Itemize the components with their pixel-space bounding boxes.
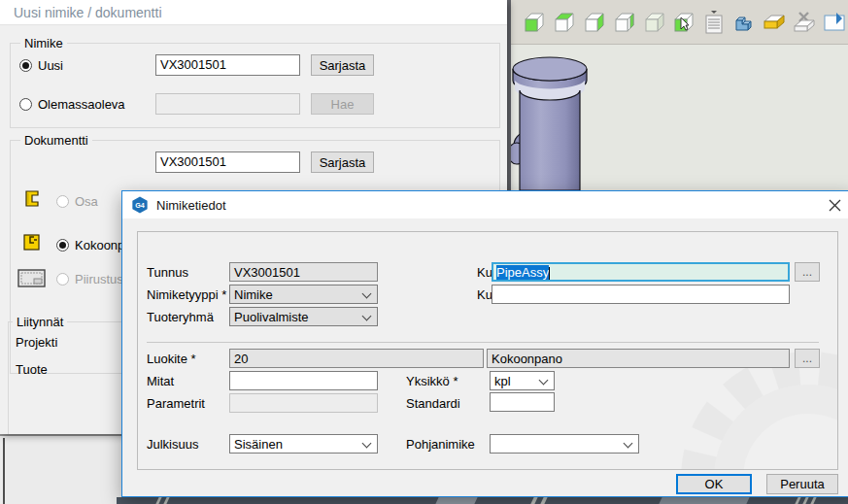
document-id-field[interactable]: VX3001501	[155, 151, 300, 173]
olemassaoleva-field	[155, 93, 300, 115]
luokite-name-field: Kokoonpano	[487, 349, 790, 368]
background-window	[0, 434, 126, 504]
cube-top-face-icon[interactable]	[551, 7, 579, 38]
luokite-code-field: 20	[229, 349, 484, 368]
drawing-icon	[17, 269, 47, 292]
chevron-down-icon	[624, 439, 633, 449]
cube-front-face-icon[interactable]	[521, 7, 549, 38]
paste-board-icon[interactable]	[820, 7, 848, 38]
kuvaus-selected-text: PipeAssy	[496, 265, 549, 280]
radio-uusi[interactable]	[19, 59, 32, 72]
parametrit-field	[229, 393, 378, 413]
sarjasta-button-dokumentti[interactable]: Sarjasta	[311, 151, 374, 173]
radio-kokoonpano[interactable]	[56, 239, 69, 252]
mitat-label: Mitat	[147, 374, 174, 388]
select-face-icon[interactable]	[670, 7, 698, 38]
new-item-dialog-title: Uusi nimike / dokumentti	[14, 5, 162, 20]
screen: Uusi nimike / dokumentti Nimike Uusi VX3…	[0, 0, 848, 504]
chevron-down-icon	[362, 289, 372, 299]
background-content-strip	[117, 497, 848, 504]
chevron-down-icon	[362, 439, 372, 449]
radio-osa	[56, 195, 69, 208]
luokite-browse-button[interactable]: ...	[795, 349, 820, 368]
text-caret	[549, 267, 550, 280]
item-details-titlebar: G4 Nimiketiedot	[122, 191, 848, 218]
item-details-title: Nimiketiedot	[156, 198, 226, 213]
tunnus-label: Tunnus	[147, 265, 188, 280]
part-icon	[23, 189, 43, 213]
radio-piirustus	[56, 273, 69, 286]
close-icon[interactable]	[828, 198, 841, 212]
cube-solid-icon[interactable]	[640, 7, 668, 38]
pohjanimike-dropdown[interactable]	[490, 434, 639, 454]
kuvaus2-field[interactable]	[492, 285, 790, 304]
separator-line	[147, 342, 819, 343]
cancel-button[interactable]: Peruuta	[766, 474, 838, 494]
kuvaus-browse-button[interactable]: ...	[795, 262, 820, 282]
uusi-item-id-field[interactable]: VX3001501	[155, 54, 300, 76]
pohjanimike-label: Pohjanimike	[406, 437, 475, 452]
standardi-label: Standardi	[406, 396, 460, 411]
tuote-label: Tuote	[16, 362, 48, 377]
radio-olemassaoleva-label: Olemassaoleva	[38, 97, 125, 112]
mitat-field[interactable]	[229, 371, 378, 390]
yksikko-dropdown[interactable]: kpl	[490, 371, 555, 390]
feature-list-icon[interactable]	[700, 7, 729, 38]
corner-block-icon[interactable]	[730, 7, 759, 38]
gear-watermark-icon	[614, 314, 838, 470]
radio-osa-label: Osa	[75, 194, 98, 209]
projekti-label: Projekti	[16, 335, 57, 350]
radio-piirustus-label: Piirustus	[75, 272, 123, 286]
yksikko-label: Yksikkö *	[406, 374, 458, 388]
cad-viewport[interactable]	[511, 46, 848, 190]
chevron-down-icon	[539, 376, 549, 386]
julkisuus-label: Julkisuus	[147, 437, 198, 452]
svg-text:G4: G4	[135, 201, 145, 210]
hae-button: Hae	[311, 93, 374, 115]
g4-logo-icon: G4	[131, 196, 149, 214]
assembly-icon	[21, 232, 43, 257]
nimiketyyppi-dropdown[interactable]: Nimike	[229, 285, 378, 304]
radio-olemassaoleva[interactable]	[19, 98, 32, 111]
sarjasta-button-nimike[interactable]: Sarjasta	[311, 54, 374, 76]
kuvaus-field[interactable]: PipeAssy	[492, 262, 790, 282]
pipe-part-3d-model	[511, 53, 591, 190]
cube-back-face-icon[interactable]	[610, 7, 638, 38]
luokite-label: Luokite *	[147, 352, 196, 366]
cad-window	[507, 0, 848, 190]
cube-right-face-icon[interactable]	[581, 7, 609, 38]
tuoteryhma-label: Tuoteryhmä	[147, 310, 214, 324]
chevron-down-icon	[362, 312, 372, 321]
julkisuus-dropdown[interactable]: Sisäinen	[229, 434, 378, 454]
dokumentti-group-legend: Dokumentti	[20, 133, 92, 148]
cad-toolbar	[511, 0, 848, 45]
parametrit-label: Parametrit	[147, 396, 205, 411]
item-details-dialog: G4 Nimiketiedot Tunnus VX3001501 Kuvaus …	[121, 190, 848, 497]
workplane-tray-icon[interactable]	[761, 7, 789, 38]
radio-uusi-label: Uusi	[38, 58, 63, 73]
standardi-field[interactable]	[490, 392, 555, 412]
ok-button[interactable]: OK	[676, 474, 752, 494]
background-window-edge	[3, 438, 5, 504]
liitynnat-group-legend: Liitynnät	[13, 315, 67, 329]
delete-face-icon[interactable]	[790, 7, 818, 38]
nimike-group-legend: Nimike	[20, 36, 67, 50]
tunnus-field: VX3001501	[229, 262, 378, 282]
nimiketyyppi-label: Nimiketyyppi *	[147, 287, 226, 302]
tuoteryhma-dropdown[interactable]: Puolivalmiste	[229, 307, 378, 326]
